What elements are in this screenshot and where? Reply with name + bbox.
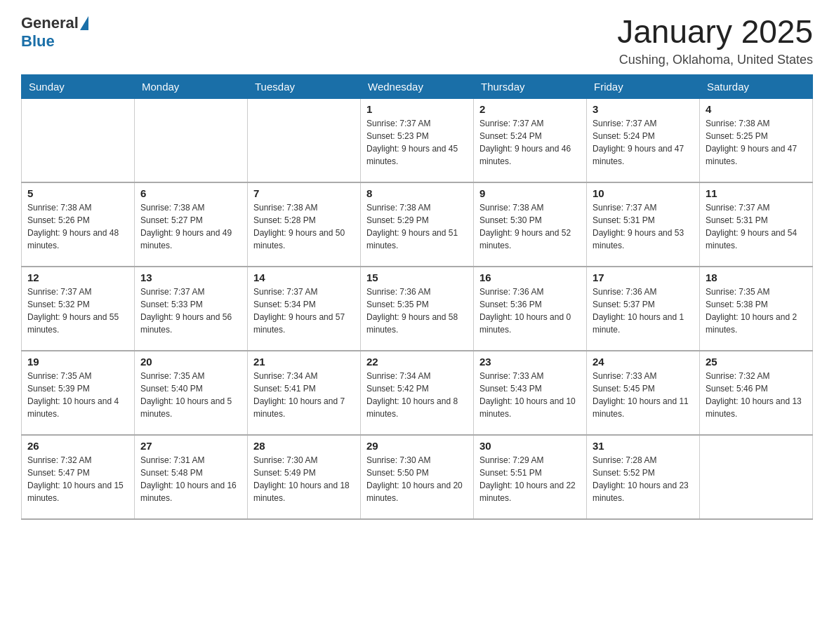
calendar-day-10: 10Sunrise: 7:37 AM Sunset: 5:31 PM Dayli… [587, 182, 700, 267]
logo-general-text: General [21, 14, 79, 32]
day-info: Sunrise: 7:38 AM Sunset: 5:29 PM Dayligh… [366, 201, 468, 252]
calendar-day-29: 29Sunrise: 7:30 AM Sunset: 5:50 PM Dayli… [361, 435, 474, 519]
calendar-week-1: 1Sunrise: 7:37 AM Sunset: 5:23 PM Daylig… [22, 98, 813, 182]
header-day-tuesday: Tuesday [248, 74, 361, 98]
day-info: Sunrise: 7:38 AM Sunset: 5:30 PM Dayligh… [479, 201, 581, 252]
calendar-week-3: 12Sunrise: 7:37 AM Sunset: 5:32 PM Dayli… [22, 267, 813, 351]
calendar-header: SundayMondayTuesdayWednesdayThursdayFrid… [22, 74, 813, 98]
calendar-day-7: 7Sunrise: 7:38 AM Sunset: 5:28 PM Daylig… [248, 182, 361, 267]
day-number: 25 [706, 356, 807, 368]
day-info: Sunrise: 7:32 AM Sunset: 5:46 PM Dayligh… [706, 370, 807, 420]
day-number: 15 [366, 271, 468, 283]
day-info: Sunrise: 7:36 AM Sunset: 5:36 PM Dayligh… [479, 286, 581, 336]
logo-triangle-icon [80, 16, 88, 30]
day-number: 29 [366, 440, 468, 452]
calendar-day-16: 16Sunrise: 7:36 AM Sunset: 5:36 PM Dayli… [474, 267, 587, 351]
day-number: 10 [593, 187, 694, 199]
calendar-day-19: 19Sunrise: 7:35 AM Sunset: 5:39 PM Dayli… [22, 351, 135, 435]
day-number: 4 [706, 103, 807, 115]
empty-cell [22, 98, 135, 182]
calendar-day-21: 21Sunrise: 7:34 AM Sunset: 5:41 PM Dayli… [248, 351, 361, 435]
calendar-day-30: 30Sunrise: 7:29 AM Sunset: 5:51 PM Dayli… [474, 435, 587, 519]
calendar-day-28: 28Sunrise: 7:30 AM Sunset: 5:49 PM Dayli… [248, 435, 361, 519]
calendar-day-4: 4Sunrise: 7:38 AM Sunset: 5:25 PM Daylig… [700, 98, 813, 182]
calendar-week-5: 26Sunrise: 7:32 AM Sunset: 5:47 PM Dayli… [22, 435, 813, 519]
header-day-thursday: Thursday [474, 74, 587, 98]
day-info: Sunrise: 7:36 AM Sunset: 5:35 PM Dayligh… [366, 286, 468, 336]
empty-cell [700, 435, 813, 519]
calendar-day-22: 22Sunrise: 7:34 AM Sunset: 5:42 PM Dayli… [361, 351, 474, 435]
day-info: Sunrise: 7:38 AM Sunset: 5:28 PM Dayligh… [253, 201, 355, 252]
day-info: Sunrise: 7:37 AM Sunset: 5:24 PM Dayligh… [593, 117, 694, 168]
day-info: Sunrise: 7:28 AM Sunset: 5:52 PM Dayligh… [593, 454, 694, 504]
header-day-sunday: Sunday [22, 74, 135, 98]
empty-cell [248, 98, 361, 182]
day-number: 20 [140, 356, 241, 368]
calendar-day-26: 26Sunrise: 7:32 AM Sunset: 5:47 PM Dayli… [22, 435, 135, 519]
day-info: Sunrise: 7:34 AM Sunset: 5:41 PM Dayligh… [253, 370, 355, 420]
page-subtitle: Cushing, Oklahoma, United States [617, 53, 813, 67]
day-info: Sunrise: 7:38 AM Sunset: 5:26 PM Dayligh… [27, 201, 128, 252]
calendar-day-6: 6Sunrise: 7:38 AM Sunset: 5:27 PM Daylig… [135, 182, 248, 267]
day-info: Sunrise: 7:34 AM Sunset: 5:42 PM Dayligh… [366, 370, 468, 420]
empty-cell [135, 98, 248, 182]
day-number: 26 [27, 440, 128, 452]
day-info: Sunrise: 7:30 AM Sunset: 5:49 PM Dayligh… [253, 454, 355, 504]
day-number: 16 [479, 271, 581, 283]
logo-blue-text: Blue [21, 32, 55, 51]
day-number: 2 [479, 103, 581, 115]
calendar-week-2: 5Sunrise: 7:38 AM Sunset: 5:26 PM Daylig… [22, 182, 813, 267]
day-info: Sunrise: 7:37 AM Sunset: 5:33 PM Dayligh… [140, 286, 241, 336]
calendar-day-15: 15Sunrise: 7:36 AM Sunset: 5:35 PM Dayli… [361, 267, 474, 351]
calendar-day-3: 3Sunrise: 7:37 AM Sunset: 5:24 PM Daylig… [587, 98, 700, 182]
calendar-day-2: 2Sunrise: 7:37 AM Sunset: 5:24 PM Daylig… [474, 98, 587, 182]
calendar-week-4: 19Sunrise: 7:35 AM Sunset: 5:39 PM Dayli… [22, 351, 813, 435]
day-number: 19 [27, 356, 128, 368]
day-info: Sunrise: 7:29 AM Sunset: 5:51 PM Dayligh… [479, 454, 581, 504]
day-info: Sunrise: 7:31 AM Sunset: 5:48 PM Dayligh… [140, 454, 241, 504]
day-number: 27 [140, 440, 241, 452]
day-number: 18 [706, 271, 807, 283]
calendar-day-23: 23Sunrise: 7:33 AM Sunset: 5:43 PM Dayli… [474, 351, 587, 435]
header-row: SundayMondayTuesdayWednesdayThursdayFrid… [22, 74, 813, 98]
calendar-day-20: 20Sunrise: 7:35 AM Sunset: 5:40 PM Dayli… [135, 351, 248, 435]
day-info: Sunrise: 7:38 AM Sunset: 5:25 PM Dayligh… [706, 117, 807, 168]
day-number: 11 [706, 187, 807, 199]
calendar-day-25: 25Sunrise: 7:32 AM Sunset: 5:46 PM Dayli… [700, 351, 813, 435]
day-number: 9 [479, 187, 581, 199]
calendar-day-12: 12Sunrise: 7:37 AM Sunset: 5:32 PM Dayli… [22, 267, 135, 351]
day-number: 12 [27, 271, 128, 283]
day-info: Sunrise: 7:37 AM Sunset: 5:31 PM Dayligh… [706, 201, 807, 252]
day-info: Sunrise: 7:37 AM Sunset: 5:23 PM Dayligh… [366, 117, 468, 168]
day-info: Sunrise: 7:33 AM Sunset: 5:45 PM Dayligh… [593, 370, 694, 420]
day-info: Sunrise: 7:36 AM Sunset: 5:37 PM Dayligh… [593, 286, 694, 336]
calendar-day-5: 5Sunrise: 7:38 AM Sunset: 5:26 PM Daylig… [22, 182, 135, 267]
header-day-wednesday: Wednesday [361, 74, 474, 98]
calendar-day-1: 1Sunrise: 7:37 AM Sunset: 5:23 PM Daylig… [361, 98, 474, 182]
calendar-day-8: 8Sunrise: 7:38 AM Sunset: 5:29 PM Daylig… [361, 182, 474, 267]
day-info: Sunrise: 7:35 AM Sunset: 5:40 PM Dayligh… [140, 370, 241, 420]
header-day-monday: Monday [135, 74, 248, 98]
day-info: Sunrise: 7:37 AM Sunset: 5:31 PM Dayligh… [593, 201, 694, 252]
day-info: Sunrise: 7:37 AM Sunset: 5:32 PM Dayligh… [27, 286, 128, 336]
day-info: Sunrise: 7:33 AM Sunset: 5:43 PM Dayligh… [479, 370, 581, 420]
calendar-body: 1Sunrise: 7:37 AM Sunset: 5:23 PM Daylig… [22, 98, 813, 519]
day-number: 30 [479, 440, 581, 452]
day-number: 1 [366, 103, 468, 115]
day-number: 28 [253, 440, 355, 452]
calendar-day-9: 9Sunrise: 7:38 AM Sunset: 5:30 PM Daylig… [474, 182, 587, 267]
title-area: January 2025 Cushing, Oklahoma, United S… [617, 14, 813, 67]
day-info: Sunrise: 7:37 AM Sunset: 5:34 PM Dayligh… [253, 286, 355, 336]
day-info: Sunrise: 7:38 AM Sunset: 5:27 PM Dayligh… [140, 201, 241, 252]
calendar-day-18: 18Sunrise: 7:35 AM Sunset: 5:38 PM Dayli… [700, 267, 813, 351]
calendar-day-17: 17Sunrise: 7:36 AM Sunset: 5:37 PM Dayli… [587, 267, 700, 351]
day-number: 5 [27, 187, 128, 199]
calendar-day-24: 24Sunrise: 7:33 AM Sunset: 5:45 PM Dayli… [587, 351, 700, 435]
day-number: 3 [593, 103, 694, 115]
page-title: January 2025 [617, 14, 813, 50]
day-number: 31 [593, 440, 694, 452]
header-day-friday: Friday [587, 74, 700, 98]
day-info: Sunrise: 7:30 AM Sunset: 5:50 PM Dayligh… [366, 454, 468, 504]
calendar-day-31: 31Sunrise: 7:28 AM Sunset: 5:52 PM Dayli… [587, 435, 700, 519]
logo: General Blue [21, 14, 90, 51]
